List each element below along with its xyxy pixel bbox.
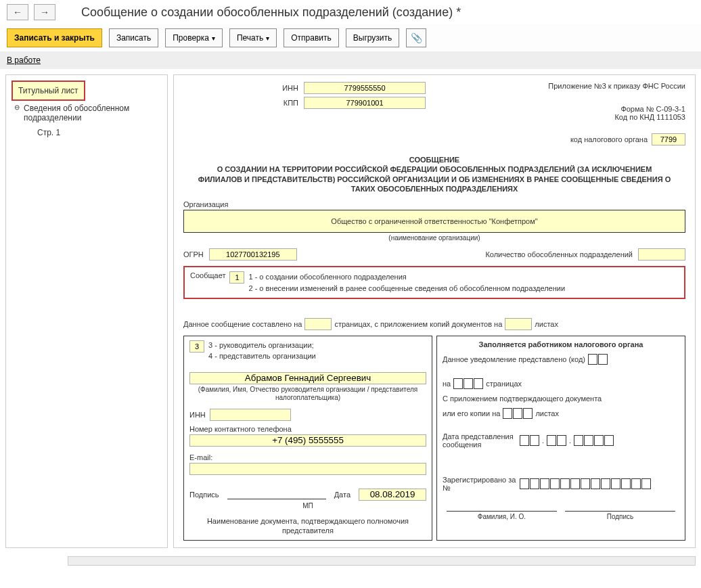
foot-fio: Фамилия, И. О. <box>447 511 557 520</box>
ogrn-field[interactable] <box>209 248 297 261</box>
r-text5: Дата представления сообщения <box>443 432 517 449</box>
sidebar-item-page[interactable]: Стр. 1 <box>12 128 162 137</box>
attach-pages-field[interactable] <box>505 318 532 330</box>
pages-text-3: листах <box>535 320 558 328</box>
inn-field[interactable] <box>304 82 426 94</box>
export-button[interactable]: Выгрузить <box>346 28 400 47</box>
sidebar-item-label: Сведения об обособленном подразделении <box>24 104 162 122</box>
date-field[interactable] <box>359 489 426 501</box>
r-text3: С приложением подтверждающего документа <box>443 394 602 403</box>
subdiv-count-field[interactable] <box>638 248 685 261</box>
email-field[interactable] <box>189 463 426 475</box>
sidebar-item-title-page[interactable]: Титульный лист <box>12 81 85 101</box>
report-label: Сообщает <box>190 271 225 279</box>
signer-code-field[interactable] <box>189 340 204 353</box>
r-text1: Данное уведомление представлено (код) <box>443 355 585 363</box>
phone-field[interactable] <box>189 434 426 447</box>
rep-doc-name: Наименование документа, подтверждающего … <box>189 516 426 536</box>
org-label: Организация <box>183 200 685 208</box>
form-number: Форма № С-09-3-1 <box>548 105 685 113</box>
knd-code: Код по КНД 1111053 <box>548 113 685 121</box>
app-note: Приложение №3 к приказу ФНС России <box>548 82 685 90</box>
sidebar: Титульный лист ⊖ Сведения об обособленно… <box>5 74 168 548</box>
r-text6: Зарегистрировано за № <box>443 476 517 492</box>
inn2-label: ИНН <box>189 411 206 419</box>
tax-office-column: Заполняется работником налогового органа… <box>436 336 685 540</box>
r-text2a: на <box>443 380 451 388</box>
report-line2: 2 - о внесении изменений в ранее сообщен… <box>248 283 565 294</box>
r-text4a: или его копии на <box>443 409 500 417</box>
nav-back-button[interactable]: ← <box>7 4 28 20</box>
org-caption: (наименование организации) <box>183 234 685 242</box>
pages-count-field[interactable] <box>304 318 332 330</box>
save-close-button[interactable]: Записать и закрыть <box>7 28 102 47</box>
mp-label: МП <box>189 502 426 510</box>
email-label: E-mail: <box>189 453 212 461</box>
signature-line <box>227 490 326 499</box>
report-code-field[interactable] <box>229 271 244 284</box>
save-button[interactable]: Записать <box>109 28 158 47</box>
pages-text-2: страницах, с приложением копий документо… <box>334 320 502 328</box>
form-content: ИНН КПП Приложение №3 к приказу ФНС Росс… <box>173 74 696 548</box>
print-button[interactable]: Печать <box>229 28 277 47</box>
signer-inn-field[interactable] <box>210 409 291 421</box>
tax-code-label: код налогового органа <box>570 135 648 143</box>
ogrn-label: ОГРН <box>183 250 204 258</box>
kpp-label: КПП <box>271 99 298 107</box>
report-type-box: Сообщает 1 - о создании обособленного по… <box>183 266 685 299</box>
page-title: Сообщение о создании обособленных подраз… <box>81 5 461 20</box>
pages-text-1: Данное сообщение составлено на <box>183 320 302 328</box>
attach-button[interactable]: 📎 <box>406 28 426 47</box>
report-line1: 1 - о создании обособленного подразделен… <box>248 271 565 283</box>
send-button[interactable]: Отправить <box>284 28 339 47</box>
r-text2b: страницах <box>486 380 522 388</box>
document-title: СООБЩЕНИЕ О СОЗДАНИИ НА ТЕРРИТОРИИ РОССИ… <box>197 155 672 194</box>
subdiv-count-label: Количество обособленных подразделений <box>485 250 633 258</box>
tax-office-title: Заполняется работником налогового органа <box>443 340 679 348</box>
signer-line1: 3 - руководитель организации; <box>208 340 316 350</box>
org-name-field[interactable]: Общество с ограниченной ответственностью… <box>183 210 685 233</box>
inn-label: ИНН <box>271 84 298 92</box>
foot-sign: Подпись <box>565 511 675 520</box>
toolbar: Записать и закрыть Записать Проверка Печ… <box>0 24 701 51</box>
tax-code-field[interactable] <box>652 133 685 145</box>
fio-field[interactable] <box>189 372 426 384</box>
tree-collapse-icon[interactable]: ⊖ <box>14 104 20 111</box>
status-link[interactable]: В работе <box>7 55 41 65</box>
date-label: Дата <box>334 491 350 499</box>
signer-line2: 4 - представитель организации <box>208 351 316 361</box>
fio-caption: (Фамилия, Имя, Отчество руководителя орг… <box>189 386 426 402</box>
status-bar: В работе <box>0 51 701 69</box>
phone-label: Номер контактного телефона <box>189 425 426 433</box>
sign-label: Подпись <box>189 491 219 499</box>
kpp-field[interactable] <box>304 97 426 109</box>
r-text4b: листах <box>535 409 559 417</box>
check-button[interactable]: Проверка <box>165 28 223 47</box>
signer-column: 3 - руководитель организации; 4 - предст… <box>183 336 432 540</box>
horizontal-scrollbar[interactable] <box>68 556 696 566</box>
sidebar-item-subdivisions[interactable]: ⊖ Сведения об обособленном подразделении <box>12 101 162 124</box>
nav-forward-button[interactable]: → <box>34 4 55 20</box>
